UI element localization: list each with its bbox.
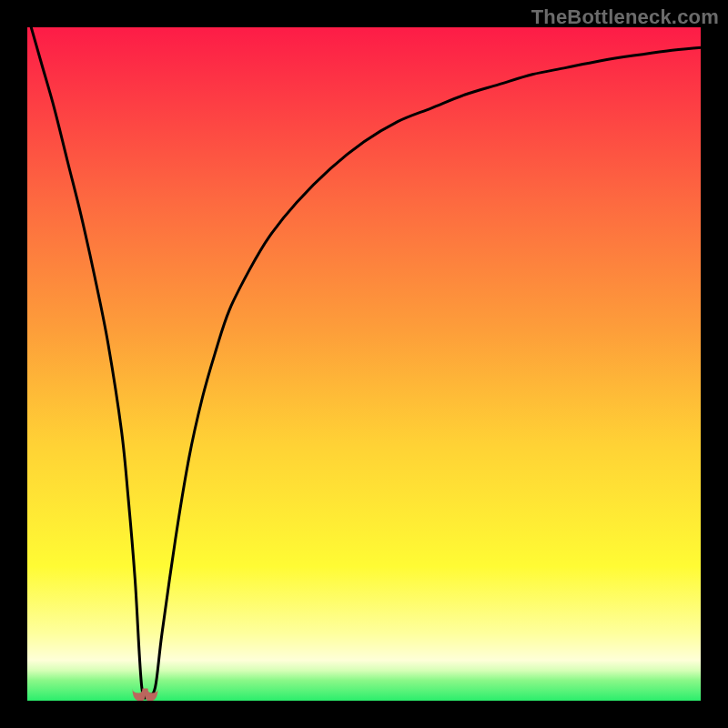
watermark-text: TheBottleneck.com — [531, 5, 719, 29]
chart-frame: TheBottleneck.com — [0, 0, 728, 728]
plot-area — [27, 27, 701, 701]
chart-canvas — [27, 27, 701, 701]
gradient-background — [27, 27, 701, 701]
